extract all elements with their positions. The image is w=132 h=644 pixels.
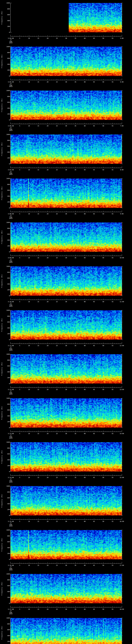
spectrogram-heatmap [0, 90, 132, 124]
x-tick-label: 10 [27, 345, 31, 346]
date-year-label: 2015 [5, 42, 17, 44]
x-start-time-label: 3:17:00 [5, 608, 17, 610]
x-tick-label: 50 [101, 169, 105, 171]
y-tick-label: 800 [1, 96, 10, 97]
x-tick-label: 5 [18, 125, 22, 127]
y-tick-label: 600 [1, 14, 10, 16]
y-tick-label: 400 [1, 108, 10, 109]
y-tick-label: 0 [1, 75, 10, 77]
y-tick-label: 400 [1, 503, 10, 505]
x-tick-label: 30 [64, 608, 68, 610]
spectrogram-panel: Frequency (Hz) 1000 800 600 400 200 0 5 … [0, 530, 132, 571]
y-tick-label: 800 [1, 623, 10, 625]
y-tick-label: 0 [1, 163, 10, 165]
x-tick-label: 15 [36, 608, 40, 610]
y-tick-label: 200 [1, 69, 10, 71]
x-tick-label: 35 [74, 81, 77, 83]
y-tick-label: 200 [1, 377, 10, 378]
date-year-label: 2015 [5, 569, 17, 571]
y-tick-label: 200 [1, 509, 10, 510]
x-tick-label: 15 [36, 169, 40, 171]
y-tick-label: 1000 [1, 529, 10, 531]
y-tick-label: 200 [1, 26, 10, 27]
spectrogram-panel: Frequency (Hz) 1000 800 600 400 200 0 5 … [0, 3, 132, 44]
x-tick-label: 30 [64, 564, 68, 566]
y-tick-label: 800 [1, 316, 10, 317]
x-tick-label: 35 [74, 345, 77, 346]
x-tick-label: 25 [55, 477, 59, 478]
x-tick-label: 25 [55, 520, 59, 522]
x-tick-label: 50 [101, 125, 105, 127]
x-tick-label: 45 [92, 520, 96, 522]
x-tick-label: 50 [101, 477, 105, 478]
x-tick-label: 10 [27, 389, 31, 390]
x-tick-label: 40 [83, 257, 86, 259]
x-tick-label: 45 [92, 169, 96, 171]
x-end-time-label: 12:00 [118, 345, 126, 346]
x-tick-label: 5 [18, 301, 22, 302]
x-tick-label: 55 [110, 213, 114, 215]
x-start-time-label: 3:14:00 [5, 477, 17, 478]
y-tick-label: 0 [1, 383, 10, 384]
y-tick-label: 1000 [1, 310, 10, 311]
y-axis-title: Frequency (Hz) [1, 98, 3, 112]
y-tick-label: 800 [1, 359, 10, 361]
spectrogram-heatmap [0, 618, 132, 644]
y-tick-label: 800 [1, 140, 10, 141]
x-tick-label: 30 [64, 81, 68, 83]
x-tick-label: 15 [36, 38, 40, 39]
x-tick-label: 35 [74, 608, 77, 610]
x-tick-label: 25 [55, 257, 59, 259]
y-tick-label: 0 [1, 339, 10, 340]
x-tick-label: 40 [83, 169, 86, 171]
y-tick-label: 600 [1, 453, 10, 455]
spectrogram-panel: Frequency (Hz) 1000 800 600 400 200 0 5 … [0, 354, 132, 395]
y-tick-label: 600 [1, 190, 10, 191]
y-axis-title: Frequency (Hz) [1, 494, 3, 508]
x-tick-label: 40 [83, 213, 86, 215]
x-tick-label: 25 [55, 38, 59, 39]
y-tick-label: 1000 [1, 485, 10, 487]
x-end-time-label: 5:00 [118, 38, 126, 39]
x-tick-label: 20 [46, 520, 50, 522]
y-tick-label: 1000 [1, 222, 10, 223]
x-start-time-label: 3:16:00 [5, 564, 17, 566]
x-tick-label: 15 [36, 564, 40, 566]
x-start-time-label: 3:04:00 [5, 38, 17, 39]
y-tick-label: 400 [1, 371, 10, 373]
spectrogram-panel: Frequency (Hz) 1000 800 600 400 200 0 5 … [0, 398, 132, 439]
y-tick-label: 1000 [1, 573, 10, 575]
x-tick-label: 20 [46, 389, 50, 390]
x-tick-label: 20 [46, 125, 50, 127]
x-tick-label: 20 [46, 81, 50, 83]
spectrogram-panel: Frequency (Hz) 1000 800 600 400 200 0 5 … [0, 618, 132, 644]
y-tick-label: 1000 [1, 134, 10, 135]
x-end-time-label: 15:00 [118, 477, 126, 478]
y-tick-label: 600 [1, 321, 10, 323]
y-tick-label: 200 [1, 553, 10, 554]
x-tick-label: 20 [46, 257, 50, 259]
y-tick-label: 0 [1, 32, 10, 33]
x-tick-label: 30 [64, 389, 68, 390]
x-tick-label: 30 [64, 213, 68, 215]
y-tick-label: 200 [1, 113, 10, 115]
date-year-label: 2015 [5, 525, 17, 527]
x-tick-label: 35 [74, 520, 77, 522]
y-tick-label: 800 [1, 8, 10, 10]
y-tick-label: 200 [1, 245, 10, 247]
spectrogram-heatmap [0, 134, 132, 168]
y-axis-title: Frequency (Hz) [1, 626, 3, 640]
y-tick-label: 0 [1, 471, 10, 472]
x-end-time-label: 11:00 [118, 301, 126, 302]
spectrogram-heatmap [0, 178, 132, 212]
x-tick-label: 50 [101, 301, 105, 302]
x-tick-label: 10 [27, 257, 31, 259]
y-tick-label: 200 [1, 201, 10, 203]
x-end-time-label: 10:00 [118, 257, 126, 259]
x-tick-label: 35 [74, 301, 77, 302]
x-tick-label: 15 [36, 257, 40, 259]
x-tick-label: 5 [18, 564, 22, 566]
x-tick-label: 20 [46, 564, 50, 566]
spectrogram-heatmap [0, 310, 132, 344]
spectrogram-heatmap [0, 3, 132, 37]
